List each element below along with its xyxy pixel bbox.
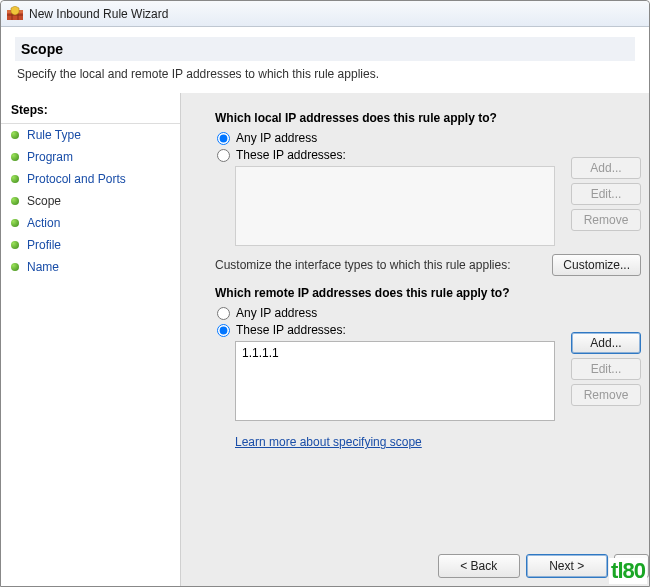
customize-button[interactable]: Customize... [552, 254, 641, 276]
remote-any-label: Any IP address [236, 306, 317, 320]
steps-sidebar: Steps: Rule Type Program Protocol and Po… [1, 93, 181, 586]
window-title: New Inbound Rule Wizard [29, 7, 168, 21]
local-ip-section: Which local IP addresses does this rule … [215, 111, 641, 246]
firewall-icon [7, 6, 23, 22]
remote-edit-button: Edit... [571, 358, 641, 380]
step-bullet-icon [11, 197, 19, 205]
back-button[interactable]: < Back [438, 554, 520, 578]
titlebar: New Inbound Rule Wizard [1, 1, 649, 27]
remote-remove-button: Remove [571, 384, 641, 406]
remote-any-radio-row[interactable]: Any IP address [217, 306, 641, 320]
step-name[interactable]: Name [1, 256, 180, 278]
remote-ip-section: Which remote IP addresses does this rule… [215, 286, 641, 421]
step-link[interactable]: Profile [27, 238, 61, 252]
interface-text: Customize the interface types to which t… [215, 258, 510, 272]
local-any-label: Any IP address [236, 131, 317, 145]
page-subtitle: Specify the local and remote IP addresse… [17, 67, 633, 81]
step-profile[interactable]: Profile [1, 234, 180, 256]
step-bullet-icon [11, 263, 19, 271]
local-ip-listbox [235, 166, 555, 246]
wizard-header: Scope Specify the local and remote IP ad… [1, 27, 649, 94]
local-any-radio[interactable] [217, 132, 230, 145]
step-action[interactable]: Action [1, 212, 180, 234]
step-link[interactable]: Scope [27, 194, 61, 208]
steps-label: Steps: [1, 99, 180, 124]
local-remove-button: Remove [571, 209, 641, 231]
step-link[interactable]: Action [27, 216, 60, 230]
step-bullet-icon [11, 219, 19, 227]
remote-ip-entry[interactable]: 1.1.1.1 [242, 346, 548, 360]
remote-any-radio[interactable] [217, 307, 230, 320]
wizard-content: Which local IP addresses does this rule … [181, 93, 649, 586]
local-ip-question: Which local IP addresses does this rule … [215, 111, 641, 125]
step-link[interactable]: Protocol and Ports [27, 172, 126, 186]
remote-these-label: These IP addresses: [236, 323, 346, 337]
remote-these-radio[interactable] [217, 324, 230, 337]
step-link[interactable]: Rule Type [27, 128, 81, 142]
step-link[interactable]: Name [27, 260, 59, 274]
local-these-radio[interactable] [217, 149, 230, 162]
step-bullet-icon [11, 175, 19, 183]
remote-ip-listbox[interactable]: 1.1.1.1 [235, 341, 555, 421]
step-program[interactable]: Program [1, 146, 180, 168]
local-add-button: Add... [571, 157, 641, 179]
wizard-footer: < Back Next > Ca [438, 554, 649, 578]
step-scope[interactable]: Scope [1, 190, 180, 212]
local-any-radio-row[interactable]: Any IP address [217, 131, 641, 145]
step-protocol-ports[interactable]: Protocol and Ports [1, 168, 180, 190]
step-rule-type[interactable]: Rule Type [1, 124, 180, 146]
local-these-label: These IP addresses: [236, 148, 346, 162]
interface-customize-row: Customize the interface types to which t… [215, 254, 641, 276]
remote-ip-question: Which remote IP addresses does this rule… [215, 286, 641, 300]
learn-more-link[interactable]: Learn more about specifying scope [235, 435, 422, 449]
step-bullet-icon [11, 241, 19, 249]
remote-add-button[interactable]: Add... [571, 332, 641, 354]
page-heading: Scope [15, 37, 635, 61]
cancel-button[interactable]: Ca [614, 554, 649, 578]
step-link[interactable]: Program [27, 150, 73, 164]
next-button[interactable]: Next > [526, 554, 608, 578]
step-bullet-icon [11, 131, 19, 139]
local-edit-button: Edit... [571, 183, 641, 205]
step-bullet-icon [11, 153, 19, 161]
